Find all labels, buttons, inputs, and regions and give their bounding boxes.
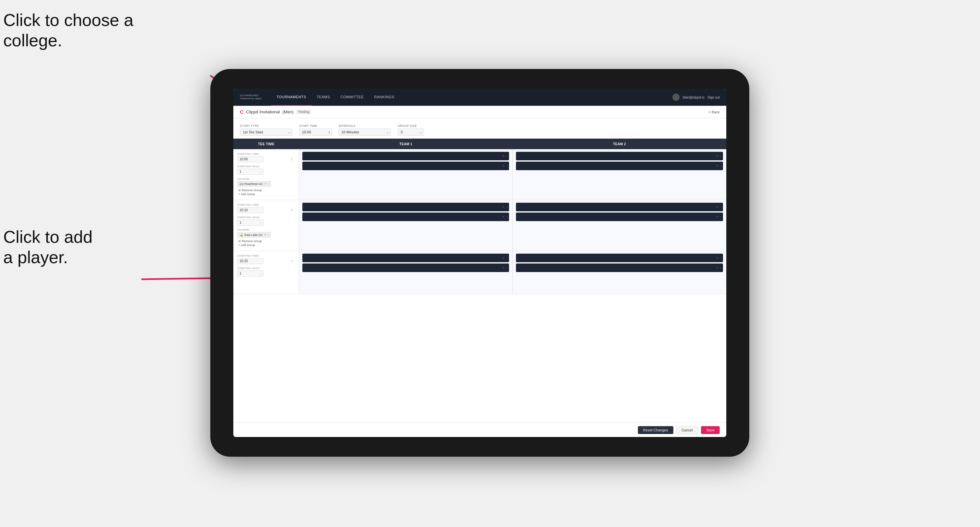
- slot-chevron-icon-3-2[interactable]: ›: [506, 215, 507, 219]
- nav-tab-tournaments[interactable]: TOURNAMENTS: [271, 89, 311, 106]
- slot-x-icon-5-2[interactable]: ✕: [502, 266, 505, 270]
- player-slot-2-1[interactable]: ✕ ›: [516, 152, 723, 160]
- course-tag-wrap-1: (A) Peachtree GC × ›: [237, 181, 295, 187]
- slot-chevron-icon-4-1[interactable]: ›: [720, 205, 721, 209]
- course-tag-2[interactable]: ⛳ East Lake GC × ›: [237, 232, 271, 238]
- course-arrow-1[interactable]: ›: [267, 182, 269, 186]
- annotation-choose-college: Click to choose a college.: [3, 10, 134, 51]
- cancel-button[interactable]: Cancel: [676, 426, 698, 434]
- remove-group-link-1[interactable]: ⊖ Remove Group: [237, 189, 295, 192]
- slot-x-icon-4-2[interactable]: ✕: [716, 215, 719, 219]
- start-time-input[interactable]: [299, 129, 332, 136]
- slot-x-icon-2-1[interactable]: ✕: [716, 154, 719, 158]
- nav-tab-rankings[interactable]: RANKINGS: [369, 89, 399, 106]
- player-slot-2-2[interactable]: ✕ ›: [516, 162, 723, 170]
- tee-row-1: STARTING TIME: ⏱ STARTING HOLE: 1 COURSE…: [233, 149, 726, 200]
- sign-out-link[interactable]: Sign out: [708, 95, 720, 99]
- start-type-select[interactable]: 1st Tee Start: [240, 129, 293, 136]
- slot-x-icon-2-2[interactable]: ✕: [716, 164, 719, 168]
- tee-row-2: STARTING TIME: ⏱ STARTING HOLE: 1 COURSE…: [233, 200, 726, 251]
- player-slot-6-1[interactable]: ✕ ›: [516, 254, 723, 262]
- add-group-link-1[interactable]: + Add Group: [237, 192, 295, 196]
- action-links-1: ⊖ Remove Group + Add Group: [237, 189, 295, 196]
- slot-chevron-icon-6-2[interactable]: ›: [720, 266, 721, 270]
- player-slot-3-2[interactable]: ✕ ›: [302, 213, 509, 221]
- player-slot-4-2[interactable]: ✕ ›: [516, 213, 723, 221]
- slot-x-icon-6-1[interactable]: ✕: [716, 256, 719, 260]
- slot-chevron-icon-1-1[interactable]: ›: [506, 154, 507, 158]
- starting-time-input-wrap-3: ⏱: [237, 258, 295, 264]
- slot-x-icon-1-2[interactable]: ✕: [502, 164, 505, 168]
- slot-x-icon-5-1[interactable]: ✕: [502, 256, 505, 260]
- player-slot-5-1[interactable]: ✕ ›: [302, 254, 509, 262]
- starting-time-input-2[interactable]: [237, 207, 264, 213]
- player-slot-4-1[interactable]: ✕ ›: [516, 203, 723, 211]
- starting-time-input-3[interactable]: [237, 258, 264, 264]
- player-slot-1-1[interactable]: ✕ ›: [302, 152, 509, 160]
- team2-col-2: ✕ › ✕ ›: [513, 200, 726, 251]
- starting-time-label-1: STARTING TIME:: [237, 152, 295, 156]
- col-team1: Team 1: [299, 142, 513, 146]
- sub-header: C Clippd Invitational (Men) Hosting < Ba…: [233, 106, 726, 118]
- nav-tab-teams[interactable]: TEAMS: [312, 89, 335, 106]
- slot-x-icon-6-2[interactable]: ✕: [716, 266, 719, 270]
- start-type-group: Start Type 1st Tee Start: [240, 124, 293, 136]
- nav-tab-committee[interactable]: COMMITTEE: [335, 89, 369, 106]
- group-size-select[interactable]: 3: [398, 129, 424, 136]
- tee-time-section-1: STARTING TIME: ⏱ STARTING HOLE: 1 COURSE…: [233, 149, 726, 200]
- group-size-select-wrap: 3: [398, 129, 424, 136]
- save-button[interactable]: Save: [701, 426, 720, 434]
- clock-icon-3: ⏱: [290, 260, 293, 263]
- starting-hole-select-3[interactable]: 1: [237, 270, 264, 277]
- start-time-info-icon: ℹ: [329, 130, 330, 134]
- slot-chevron-icon-1-2[interactable]: ›: [506, 164, 507, 168]
- intervals-select[interactable]: 10 Minutes: [339, 129, 391, 136]
- slot-chevron-icon-3-1[interactable]: ›: [506, 205, 507, 209]
- player-slot-6-2[interactable]: ✕ ›: [516, 264, 723, 272]
- slot-chevron-icon-2-2[interactable]: ›: [720, 164, 721, 168]
- user-avatar: [672, 94, 679, 101]
- tournament-gender: (Men): [282, 110, 293, 114]
- player-slot-3-1[interactable]: ✕ ›: [302, 203, 509, 211]
- team2-col-3: ✕ › ✕ ›: [513, 251, 726, 294]
- player-slot-5-2[interactable]: ✕ ›: [302, 264, 509, 272]
- course-arrow-2[interactable]: ›: [267, 233, 269, 237]
- scoreboard-logo: SCOREBOARD Powered by clippd: [240, 94, 261, 100]
- starting-time-input-1[interactable]: [237, 156, 264, 162]
- clock-icon-1: ⏱: [290, 158, 293, 161]
- course-remove-1[interactable]: ×: [264, 182, 267, 186]
- add-group-link-2[interactable]: + Add Group: [237, 243, 295, 247]
- slot-chevron-icon-2-1[interactable]: ›: [720, 154, 721, 158]
- starting-hole-select-2[interactable]: 1: [237, 219, 264, 226]
- slot-chevron-icon-5-1[interactable]: ›: [506, 256, 507, 260]
- starting-hole-select-1[interactable]: 1: [237, 168, 264, 175]
- app-footer: Reset Changes Cancel Save: [233, 422, 726, 437]
- slot-x-icon-1-1[interactable]: ✕: [502, 154, 505, 158]
- remove-group-link-2[interactable]: ⊖ Remove Group: [237, 240, 295, 243]
- slot-x-icon-4-1[interactable]: ✕: [716, 205, 719, 209]
- course-remove-2[interactable]: ×: [264, 233, 266, 237]
- settings-bar: Start Type 1st Tee Start Start Time ℹ In…: [233, 118, 726, 139]
- start-type-select-wrap: 1st Tee Start: [240, 129, 293, 136]
- col-tee-time: Tee Time: [233, 142, 299, 146]
- reset-changes-button[interactable]: Reset Changes: [638, 426, 673, 434]
- logo-sub: Powered by clippd: [240, 97, 261, 100]
- tee-time-section-3: STARTING TIME: ⏱ STARTING HOLE: 1: [233, 251, 726, 294]
- intervals-select-wrap: 10 Minutes: [339, 129, 391, 136]
- back-button[interactable]: < Back: [708, 110, 720, 114]
- slot-chevron-icon-4-2[interactable]: ›: [720, 215, 721, 219]
- starting-time-input-wrap-2: ⏱: [237, 207, 295, 213]
- starting-hole-label-1: STARTING HOLE:: [237, 165, 295, 168]
- starting-time-label-2: STARTING TIME:: [237, 203, 295, 206]
- slot-x-icon-3-2[interactable]: ✕: [502, 215, 505, 219]
- start-time-label: Start Time: [299, 124, 332, 127]
- starting-hole-label-3: STARTING HOLE:: [237, 267, 295, 270]
- starting-hole-select-wrap-3: 1: [237, 270, 264, 277]
- slot-x-icon-3-1[interactable]: ✕: [502, 205, 505, 209]
- tee-left-2: STARTING TIME: ⏱ STARTING HOLE: 1 COURSE…: [233, 200, 299, 251]
- player-slot-1-2[interactable]: ✕ ›: [302, 162, 509, 170]
- slot-chevron-icon-5-2[interactable]: ›: [506, 266, 507, 270]
- course-tag-1[interactable]: (A) Peachtree GC × ›: [237, 181, 271, 187]
- user-email: blair@clippd.io: [683, 95, 705, 99]
- slot-chevron-icon-6-1[interactable]: ›: [720, 256, 721, 260]
